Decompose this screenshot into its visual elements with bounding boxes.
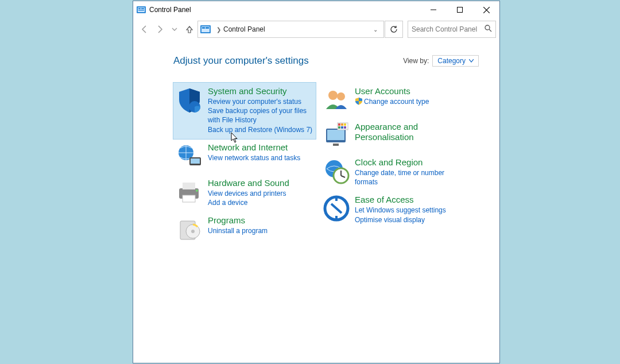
category-system-security[interactable]: System and Security Review your computer… bbox=[173, 83, 316, 139]
maximize-button[interactable] bbox=[447, 1, 473, 18]
category-link[interactable]: Review your computer's status bbox=[208, 97, 313, 106]
monitor-colors-icon bbox=[323, 122, 350, 149]
category-user-accounts[interactable]: User Accounts Change account type bbox=[320, 83, 463, 118]
category-clock-region[interactable]: Clock and Region Change date, time or nu… bbox=[320, 154, 463, 191]
navigation-toolbar: ❯ Control Panel ⌄ Search Control Panel bbox=[133, 18, 499, 40]
category-title[interactable]: Network and Internet bbox=[208, 142, 313, 153]
search-icon bbox=[485, 25, 492, 34]
titlebar: Control Panel bbox=[133, 1, 499, 18]
svg-rect-37 bbox=[344, 126, 346, 129]
category-link[interactable]: View network status and tasks bbox=[208, 153, 313, 162]
clock-globe-icon bbox=[323, 157, 350, 185]
disc-box-icon bbox=[176, 215, 203, 243]
category-link[interactable]: Change account type bbox=[355, 97, 460, 106]
svg-rect-33 bbox=[341, 123, 343, 126]
back-button[interactable] bbox=[138, 22, 152, 36]
svg-rect-29 bbox=[327, 130, 344, 140]
category-programs[interactable]: Programs Uninstall a program bbox=[173, 212, 316, 247]
category-hardware-sound[interactable]: Hardware and Sound View devices and prin… bbox=[173, 175, 316, 212]
forward-button[interactable] bbox=[153, 22, 166, 36]
svg-rect-6 bbox=[458, 7, 463, 13]
category-network-internet[interactable]: Network and Internet View network status… bbox=[173, 139, 316, 175]
svg-rect-35 bbox=[338, 126, 340, 129]
svg-rect-12 bbox=[206, 27, 209, 29]
svg-rect-21 bbox=[183, 195, 195, 202]
category-link[interactable]: Save backup copies of your files with Fi… bbox=[208, 106, 313, 125]
category-column-right: User Accounts Change account type bbox=[320, 83, 463, 247]
category-title[interactable]: Ease of Access bbox=[355, 195, 460, 205]
chevron-down-icon bbox=[469, 59, 474, 63]
category-link[interactable]: Let Windows suggest settings bbox=[355, 206, 460, 215]
search-placeholder: Search Control Panel bbox=[412, 25, 485, 33]
svg-rect-2 bbox=[138, 8, 141, 9]
svg-rect-3 bbox=[141, 8, 144, 9]
address-bar[interactable]: ❯ Control Panel ⌄ bbox=[197, 21, 384, 38]
svg-point-25 bbox=[191, 230, 195, 233]
globe-network-icon bbox=[176, 142, 203, 170]
category-title[interactable]: System and Security bbox=[208, 86, 313, 96]
viewby-value: Category bbox=[437, 57, 466, 65]
category-title[interactable]: Appearance and Personalisation bbox=[355, 122, 460, 142]
window-title: Control Panel bbox=[149, 6, 191, 14]
category-title[interactable]: Clock and Region bbox=[355, 157, 460, 168]
svg-rect-36 bbox=[341, 126, 343, 129]
svg-point-27 bbox=[337, 92, 345, 100]
category-ease-of-access[interactable]: Ease of Access Let Windows suggest setti… bbox=[320, 191, 463, 229]
ease-of-access-icon bbox=[323, 195, 350, 222]
control-panel-icon bbox=[200, 25, 211, 33]
svg-point-26 bbox=[328, 91, 338, 100]
category-title[interactable]: User Accounts bbox=[355, 86, 460, 96]
close-button[interactable] bbox=[473, 1, 499, 18]
svg-rect-20 bbox=[183, 183, 195, 189]
category-link[interactable]: Back up and Restore (Windows 7) bbox=[208, 125, 313, 134]
svg-rect-11 bbox=[202, 27, 205, 29]
svg-point-13 bbox=[485, 25, 490, 30]
category-column-left: System and Security Review your computer… bbox=[173, 83, 316, 247]
recent-locations-button[interactable] bbox=[168, 22, 181, 36]
control-panel-icon bbox=[137, 5, 146, 14]
svg-rect-4 bbox=[138, 10, 144, 11]
svg-point-22 bbox=[196, 189, 198, 192]
shield-icon bbox=[176, 86, 203, 114]
viewby-label: View by: bbox=[403, 57, 429, 65]
svg-line-14 bbox=[489, 29, 491, 32]
svg-rect-30 bbox=[333, 144, 339, 146]
page-title: Adjust your computer's settings bbox=[173, 55, 309, 67]
category-link[interactable]: Optimise visual display bbox=[355, 215, 460, 224]
printer-icon bbox=[176, 178, 203, 206]
users-icon bbox=[323, 86, 350, 114]
category-link[interactable]: Change date, time or number formats bbox=[355, 168, 460, 187]
up-button[interactable] bbox=[183, 22, 196, 36]
svg-rect-18 bbox=[191, 158, 200, 164]
control-panel-window: Control Panel ❯ Control Pa bbox=[133, 1, 500, 363]
svg-rect-32 bbox=[338, 123, 340, 126]
category-appearance-personalisation[interactable]: Appearance and Personalisation bbox=[320, 118, 463, 154]
category-link[interactable]: View devices and printers bbox=[208, 189, 313, 198]
svg-rect-34 bbox=[344, 123, 346, 126]
refresh-button[interactable] bbox=[385, 21, 403, 38]
uac-shield-icon bbox=[355, 97, 363, 105]
category-link[interactable]: Uninstall a program bbox=[208, 226, 313, 235]
address-dropdown-button[interactable]: ⌄ bbox=[370, 26, 381, 33]
category-link[interactable]: Add a device bbox=[208, 198, 313, 207]
viewby-select[interactable]: Category bbox=[432, 55, 479, 67]
minimize-button[interactable] bbox=[420, 1, 447, 18]
category-title[interactable]: Hardware and Sound bbox=[208, 178, 313, 188]
category-title[interactable]: Programs bbox=[208, 215, 313, 226]
chevron-right-icon: ❯ bbox=[216, 26, 221, 33]
search-input[interactable]: Search Control Panel bbox=[408, 21, 496, 38]
breadcrumb[interactable]: Control Panel bbox=[223, 25, 265, 33]
content-area: Adjust your computer's settings View by:… bbox=[133, 40, 499, 253]
